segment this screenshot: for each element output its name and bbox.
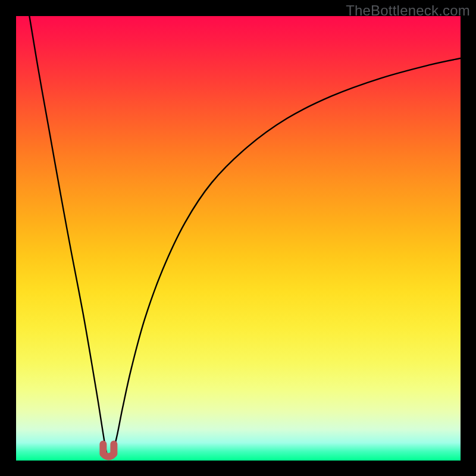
optimum-u-icon (103, 444, 114, 457)
bottleneck-curve (29, 16, 461, 458)
curve-layer (16, 16, 461, 461)
plot-area (16, 16, 461, 461)
optimum-marker (103, 444, 114, 457)
watermark-text: TheBottleneck.com (346, 2, 470, 19)
curve-line (29, 16, 461, 458)
chart-frame: TheBottleneck.com (0, 0, 476, 476)
